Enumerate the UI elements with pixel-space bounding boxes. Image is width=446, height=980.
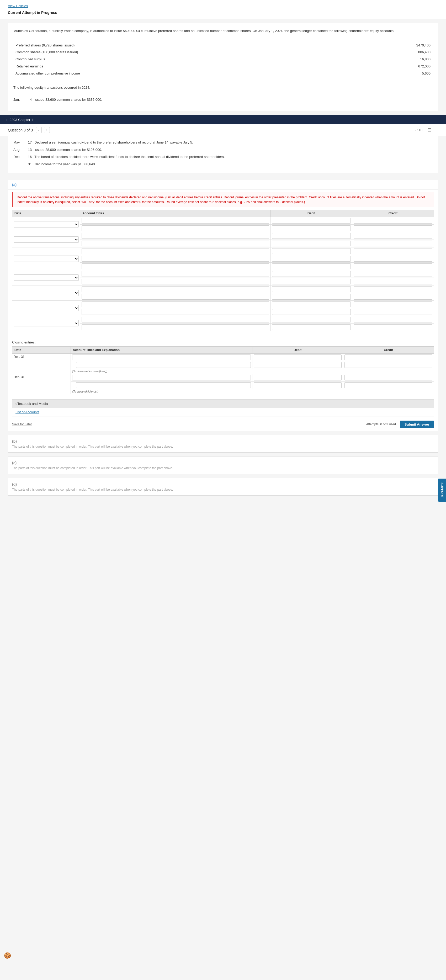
- credit-input[interactable]: [354, 240, 432, 247]
- account-title-input[interactable]: [81, 286, 269, 292]
- list-icon[interactable]: ☰: [428, 127, 431, 132]
- closing-credit-input[interactable]: [344, 362, 432, 368]
- credit-input[interactable]: [354, 233, 432, 239]
- credit-cell: [352, 217, 434, 224]
- closing-credit-input[interactable]: [344, 382, 432, 388]
- part-a-instructions: Record the above transactions, including…: [12, 192, 434, 207]
- journal-table-wrap: Date Account Titles Debit Credit Jan. 4M…: [8, 210, 438, 338]
- debit-cell: [271, 278, 352, 285]
- question-score: - / 10: [414, 128, 422, 132]
- credit-input[interactable]: [354, 218, 432, 224]
- credit-input[interactable]: [354, 271, 432, 277]
- view-policies-link[interactable]: View Policies: [8, 4, 28, 8]
- list-of-accounts-link[interactable]: List of Accounts: [12, 408, 434, 416]
- debit-input[interactable]: [272, 278, 351, 285]
- account-title-input[interactable]: [81, 324, 269, 330]
- account-title-input[interactable]: [81, 317, 269, 323]
- debit-cell: [271, 323, 352, 331]
- date-select[interactable]: Jan. 4May 17Aug. 13Dec. 16Dec. 31: [14, 305, 79, 311]
- debit-input[interactable]: [272, 294, 351, 300]
- debit-input[interactable]: [272, 218, 351, 224]
- closing-debit-cell: [252, 374, 343, 381]
- debit-input[interactable]: [272, 271, 351, 277]
- credit-input[interactable]: [354, 256, 432, 262]
- etextbook-header[interactable]: eTextbook and Media: [12, 399, 434, 408]
- date-select[interactable]: Jan. 4May 17Aug. 13Dec. 16Dec. 31: [14, 320, 79, 326]
- credit-input[interactable]: [354, 301, 432, 307]
- date-select[interactable]: Jan. 4May 17Aug. 13Dec. 16Dec. 31: [14, 221, 79, 228]
- closing-debit-input[interactable]: [254, 375, 342, 380]
- footer-bar: Save for Later Attempts: 0 of 3 used Sub…: [8, 418, 438, 431]
- date-cell: Jan. 4May 17Aug. 13Dec. 16Dec. 31: [12, 316, 80, 331]
- debit-input[interactable]: [272, 309, 351, 315]
- debit-input[interactable]: [272, 248, 351, 254]
- debit-input[interactable]: [272, 233, 351, 239]
- account-title-input[interactable]: [81, 240, 269, 247]
- journal-row: Jan. 4May 17Aug. 13Dec. 16Dec. 31: [12, 270, 434, 278]
- closing-date-header: Date: [12, 346, 71, 353]
- closing-credit-input[interactable]: [344, 375, 432, 380]
- account-title-cell: [80, 232, 271, 240]
- debit-cell: [271, 293, 352, 301]
- account-title-input[interactable]: [81, 294, 269, 300]
- debit-cell: [271, 255, 352, 262]
- account-title-cell: [80, 293, 271, 301]
- account-title-input[interactable]: [81, 301, 269, 307]
- credit-input[interactable]: [354, 286, 432, 292]
- debit-input[interactable]: [272, 317, 351, 323]
- date-select[interactable]: Jan. 4May 17Aug. 13Dec. 16Dec. 31: [14, 290, 79, 296]
- credit-input[interactable]: [354, 225, 432, 231]
- account-title-input[interactable]: [81, 271, 269, 277]
- save-later-link[interactable]: Save for Later: [12, 422, 32, 426]
- debit-input[interactable]: [272, 324, 351, 330]
- account-title-cell: [80, 285, 271, 293]
- submit-answer-button[interactable]: Submit Answer: [400, 421, 434, 428]
- debit-input[interactable]: [272, 225, 351, 231]
- closing-debit-input[interactable]: [254, 362, 342, 368]
- account-title-input[interactable]: [81, 256, 269, 262]
- credit-input[interactable]: [354, 317, 432, 323]
- support-button[interactable]: SUPPORT: [438, 478, 446, 501]
- account-title-input[interactable]: [81, 263, 269, 269]
- account-title-input[interactable]: [81, 309, 269, 315]
- account-title-input[interactable]: [81, 278, 269, 285]
- closing-account-input[interactable]: [76, 382, 251, 388]
- part-d-section: (d) The parts of this question must be c…: [8, 478, 438, 496]
- credit-header: Credit: [352, 210, 434, 217]
- credit-input[interactable]: [354, 324, 432, 330]
- debit-input[interactable]: [272, 301, 351, 307]
- debit-cell: [271, 262, 352, 270]
- date-select[interactable]: Jan. 4May 17Aug. 13Dec. 16Dec. 31: [14, 236, 79, 243]
- nav-back-link[interactable]: ← 2293 Chapter 11: [5, 118, 35, 122]
- debit-input[interactable]: [272, 263, 351, 269]
- debit-input[interactable]: [272, 240, 351, 247]
- closing-debit-input[interactable]: [254, 355, 342, 360]
- credit-input[interactable]: [354, 309, 432, 315]
- date-header: Date: [12, 210, 80, 217]
- date-select[interactable]: Jan. 4May 17Aug. 13Dec. 16Dec. 31: [14, 274, 79, 281]
- debit-input[interactable]: [272, 256, 351, 262]
- account-title-input[interactable]: [81, 248, 269, 254]
- debit-input[interactable]: [272, 286, 351, 292]
- more-icon[interactable]: ⋮: [434, 127, 438, 132]
- credit-input[interactable]: [354, 248, 432, 254]
- account-title-input[interactable]: [81, 225, 269, 231]
- closing-account-input[interactable]: [72, 355, 251, 360]
- closing-account-input[interactable]: [72, 375, 251, 380]
- debit-cell: [271, 301, 352, 308]
- debit-cell: [271, 316, 352, 323]
- next-question-button[interactable]: ›: [44, 127, 49, 133]
- closing-header-row: Date Account Titles and Explanation Debi…: [12, 346, 434, 353]
- credit-input[interactable]: [354, 263, 432, 269]
- credit-input[interactable]: [354, 278, 432, 285]
- debit-cell: [271, 232, 352, 240]
- prev-question-button[interactable]: ‹: [36, 127, 42, 133]
- account-title-input[interactable]: [81, 218, 269, 224]
- account-title-input[interactable]: [81, 233, 269, 239]
- closing-debit-input[interactable]: [254, 382, 342, 388]
- date-select[interactable]: Jan. 4May 17Aug. 13Dec. 16Dec. 31: [14, 256, 79, 262]
- credit-input[interactable]: [354, 294, 432, 300]
- more-transactions: May 17 Declared a semi-annual cash divid…: [8, 136, 438, 173]
- closing-credit-input[interactable]: [344, 355, 432, 360]
- closing-account-input[interactable]: [76, 362, 251, 368]
